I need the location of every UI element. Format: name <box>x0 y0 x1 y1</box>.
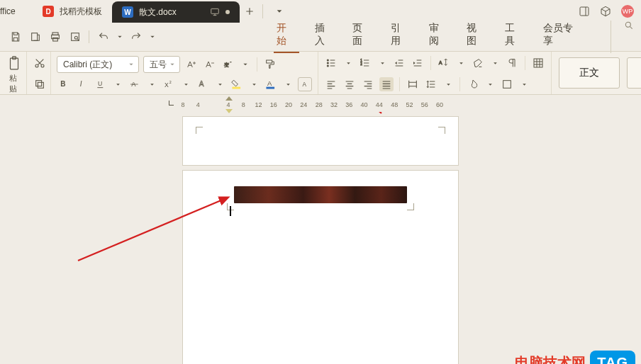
style-body[interactable]: 正文 <box>559 57 620 89</box>
phonetic-icon[interactable]: 变 <box>221 57 235 72</box>
tab-stop-icon <box>169 101 174 106</box>
line-spacing-icon[interactable] <box>424 77 438 91</box>
svg-rect-9 <box>11 58 18 69</box>
ruler[interactable]: 8 4 4 8 12 16 20 24 28 32 36 40 44 48 52… <box>0 95 641 112</box>
document-canvas[interactable]: 电脑技术网 TAG www.tagxp.com <box>0 112 641 364</box>
ruler-tick: 40 <box>360 101 369 108</box>
text-effects-icon[interactable]: A <box>196 77 210 91</box>
avatar[interactable]: WP <box>621 5 634 18</box>
style-heading1[interactable]: 标题 1 <box>627 57 641 89</box>
indent-increase-icon[interactable] <box>411 56 425 70</box>
redo-dropdown[interactable] <box>147 28 157 45</box>
redo-icon[interactable] <box>128 28 145 45</box>
clear-format-icon[interactable] <box>471 56 485 70</box>
numbering-icon[interactable]: 12 <box>358 56 372 70</box>
strike-icon[interactable]: A <box>128 77 142 91</box>
paste-label: 粘贴 <box>6 73 21 94</box>
chevron-down-icon <box>169 62 175 67</box>
tab-doc-active[interactable]: W 散文.docx <box>112 1 240 23</box>
align-center-icon[interactable] <box>342 77 357 91</box>
export-icon[interactable] <box>27 28 44 45</box>
header-image[interactable] <box>234 186 407 203</box>
chevron-down-icon[interactable] <box>484 79 496 90</box>
chevron-down-icon[interactable] <box>377 57 388 69</box>
tab-bar: ffice D 找稻壳模板 W 散文.docx WP <box>0 0 641 23</box>
char-spacing-icon[interactable]: A <box>437 56 451 70</box>
menu-reference[interactable]: 引用 <box>388 21 413 53</box>
underline-icon[interactable]: U <box>94 77 108 91</box>
preview-icon[interactable] <box>67 28 84 45</box>
italic-icon[interactable]: I <box>75 77 89 91</box>
svg-text:2: 2 <box>360 62 362 66</box>
svg-point-28 <box>327 59 328 61</box>
save-icon[interactable] <box>7 28 24 45</box>
decrease-font-icon[interactable] <box>203 57 217 72</box>
chevron-down-icon[interactable] <box>489 57 501 69</box>
undo-dropdown[interactable] <box>115 28 125 45</box>
bold-icon[interactable]: B <box>57 77 71 91</box>
tab-template[interactable]: D 找稻壳模板 <box>33 0 112 23</box>
chevron-down-icon[interactable] <box>180 79 191 90</box>
menu-member[interactable]: 会员专享 <box>540 21 585 53</box>
svg-rect-5 <box>52 38 57 41</box>
highlight-icon[interactable] <box>230 77 244 91</box>
panel-icon[interactable] <box>579 6 590 17</box>
indent-marker-top-icon[interactable] <box>225 96 233 101</box>
sort-icon[interactable] <box>531 56 545 70</box>
chevron-down-icon[interactable] <box>442 79 454 90</box>
distribute-icon[interactable] <box>406 77 420 91</box>
print-icon[interactable] <box>47 28 64 45</box>
chevron-down-icon[interactable] <box>282 79 294 90</box>
bullets-icon[interactable] <box>324 56 338 70</box>
chevron-down-icon[interactable] <box>214 79 225 90</box>
text-cursor <box>230 206 231 216</box>
menu-insert[interactable]: 插入 <box>312 21 338 53</box>
tab-list-button[interactable] <box>269 0 289 23</box>
menu-page[interactable]: 页面 <box>350 21 375 53</box>
chevron-down-icon[interactable] <box>518 79 530 90</box>
svg-text:变: 变 <box>224 62 229 68</box>
chevron-down-icon[interactable] <box>248 79 260 90</box>
chevron-down-icon[interactable] <box>240 59 251 70</box>
menu-view[interactable]: 视图 <box>464 21 489 53</box>
increase-font-icon[interactable] <box>184 57 199 72</box>
chevron-down-icon[interactable] <box>455 57 467 69</box>
docker-icon: D <box>43 6 54 17</box>
new-tab-button[interactable] <box>240 0 260 23</box>
ruler-tick: 4 <box>224 101 233 108</box>
word-icon: W <box>122 6 133 18</box>
svg-text:A: A <box>439 59 442 66</box>
cube-icon[interactable] <box>600 6 611 17</box>
svg-rect-26 <box>266 87 274 89</box>
shading-icon[interactable] <box>466 77 480 91</box>
font-family-select[interactable]: Calibri (正文) <box>57 56 139 73</box>
menu-search-icon[interactable] <box>611 21 634 53</box>
align-justify-icon[interactable] <box>379 77 394 91</box>
menu-review[interactable]: 审阅 <box>426 21 452 53</box>
menu-start[interactable]: 开始 <box>274 21 299 53</box>
show-marks-icon[interactable] <box>505 56 519 70</box>
font-color-icon[interactable]: A <box>264 77 278 91</box>
ruler-tick: 48 <box>390 101 398 108</box>
ruler-tick: 32 <box>330 101 338 108</box>
copy-icon[interactable] <box>33 77 47 91</box>
align-right-icon[interactable] <box>361 77 375 91</box>
format-painter-icon[interactable] <box>263 57 277 72</box>
align-left-icon[interactable] <box>324 77 338 91</box>
tab-office[interactable]: ffice <box>0 0 33 23</box>
chevron-down-icon[interactable] <box>146 79 157 90</box>
chevron-down-icon[interactable] <box>112 79 123 90</box>
cut-icon[interactable] <box>33 56 47 70</box>
tab-device-icon[interactable] <box>210 7 220 17</box>
svg-rect-24 <box>232 87 240 89</box>
char-border-icon[interactable]: A <box>298 77 312 91</box>
borders-icon[interactable] <box>500 77 514 91</box>
paste-icon[interactable] <box>6 56 23 72</box>
font-size-select[interactable]: 五号 <box>143 56 180 73</box>
superscript-icon[interactable]: X2 <box>162 77 176 91</box>
chevron-down-icon[interactable] <box>342 57 354 69</box>
indent-decrease-icon[interactable] <box>392 56 406 70</box>
svg-rect-2 <box>31 33 37 41</box>
menu-tools[interactable]: 工具 <box>502 21 528 53</box>
undo-icon[interactable] <box>95 28 112 45</box>
